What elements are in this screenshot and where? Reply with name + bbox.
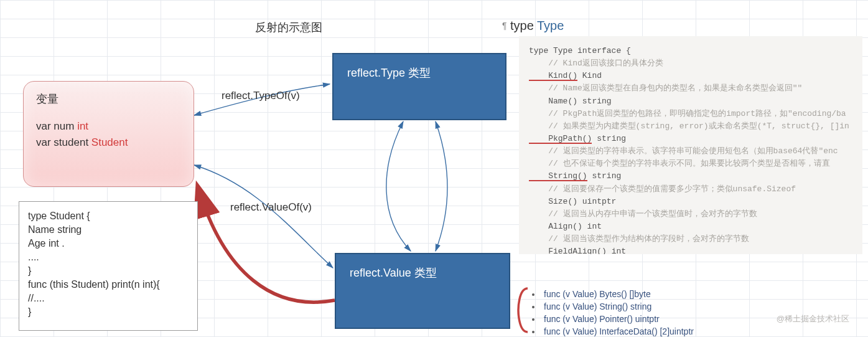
struct-l1: type Student { — [28, 209, 189, 223]
value-func-3: func (v Value) Pointer() uintptr — [541, 313, 694, 325]
reflect-type-box: reflect.Type 类型 — [332, 53, 506, 120]
struct-box: type Student { Name string Age int . ...… — [19, 201, 198, 331]
doc-title: type Type — [510, 19, 564, 33]
doc-m2: Name() string — [529, 95, 852, 108]
doc-m7b: int — [607, 247, 626, 254]
var-box-title: 变量 — [36, 92, 181, 107]
struct-l2: Name string — [28, 223, 189, 237]
doc-m4: String() string — [529, 170, 852, 183]
value-funcs-list: func (v Value) Bytes() []byte func (v Va… — [529, 288, 694, 337]
label-typeof: reflect.TypeOf(v) — [222, 90, 300, 102]
doc-c5: // 返回类型的字符串表示。该字符串可能会使用短包名（如用base64代替"en… — [529, 145, 852, 158]
watermark: @稀土掘金技术社区 — [777, 313, 849, 325]
reflect-value-box: reflect.Value 类型 — [335, 253, 510, 329]
struct-l7: //.... — [28, 292, 189, 305]
doc-m5: Size() uintptr — [529, 196, 852, 208]
doc-m3: PkgPath() string — [529, 133, 852, 145]
var-line-2: var student Student — [36, 136, 181, 149]
doc-c4: // 如果类型为内建类型(string, error)或未命名类型(*T, st… — [529, 120, 852, 133]
doc-title-name: Type — [537, 19, 564, 32]
doc-c8: // 返回当从内存中申请一个该类型值时，会对齐的字节数 — [529, 208, 852, 221]
value-func-1: func (v Value) Bytes() []byte — [541, 288, 694, 300]
doc-m3b: string — [592, 134, 626, 143]
doc-m1b: Kind — [577, 71, 602, 80]
doc-c9: // 返回当该类型作为结构体的字段时，会对齐的字节数 — [529, 233, 852, 245]
variable-box: 变量 var num int var student Student — [23, 81, 194, 187]
doc-m4a: String() — [529, 173, 587, 181]
doc-l0: type Type interface { — [529, 45, 852, 57]
doc-m7: FieldAlign() int — [529, 245, 852, 254]
doc-m6: Align() int — [529, 221, 852, 233]
doc-c1: // Kind返回该接口的具体分类 — [529, 57, 852, 70]
doc-c3: // PkgPath返回类型的包路径，即明确指定包的import路径，如"enc… — [529, 108, 852, 120]
var-line-1-kw: int — [77, 120, 88, 132]
struct-l3: Age int . — [28, 237, 189, 250]
doc-m3a: PkgPath() — [529, 135, 592, 144]
label-valueof: reflect.ValueOf(v) — [230, 201, 312, 214]
struct-l5: } — [28, 264, 189, 278]
reflect-type-label: reflect.Type 类型 — [347, 65, 431, 80]
doc-c7: // 返回要保存一个该类型的值需要多少字节；类似unsafe.Sizeof — [529, 183, 852, 196]
var-line-1: var num int — [36, 120, 181, 133]
doc-c6: // 也不保证每个类型的字符串表示不同。如果要比较两个类型是否相等，请直 — [529, 158, 852, 170]
doc-m4b: string — [587, 171, 622, 181]
anchor-icon: ¶ — [502, 21, 507, 31]
doc-m7a: FieldAlign() — [529, 248, 607, 254]
doc-m1: Kind() Kind — [529, 70, 852, 82]
var-line-2-pre: var student — [36, 136, 91, 148]
var-line-1-pre: var num — [36, 120, 77, 132]
struct-l6: func (this Student) print(n int){ — [28, 278, 189, 292]
struct-l4: .... — [28, 250, 189, 264]
value-func-2: func (v Value) String() string — [541, 300, 694, 313]
doc-m1a: Kind() — [529, 72, 577, 81]
doc-c2: // Name返回该类型在自身包内的类型名，如果是未命名类型会返回"" — [529, 82, 852, 95]
diagram-title: 反射的示意图 — [255, 20, 322, 35]
struct-l8: } — [28, 305, 189, 319]
doc-panel: type Type interface { // Kind返回该接口的具体分类 … — [519, 36, 862, 254]
doc-title-kw: type — [510, 19, 537, 32]
reflect-value-label: reflect.Value 类型 — [350, 265, 437, 280]
value-func-4: func (v Value) InterfaceData() [2]uintpt… — [541, 325, 694, 337]
var-line-2-kw: Student — [91, 136, 128, 148]
